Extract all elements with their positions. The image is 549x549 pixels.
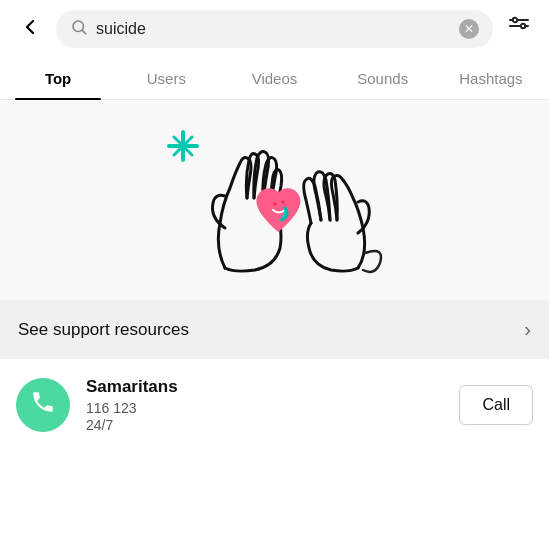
tab-users[interactable]: Users bbox=[112, 58, 220, 99]
search-query: suicide bbox=[96, 20, 451, 38]
filter-button[interactable] bbox=[503, 10, 535, 48]
svg-point-10 bbox=[281, 201, 284, 204]
svg-point-3 bbox=[513, 18, 517, 22]
contact-name: Samaritans bbox=[86, 377, 443, 397]
illustration-area bbox=[0, 100, 549, 300]
tab-videos[interactable]: Videos bbox=[220, 58, 328, 99]
support-banner-text: See support resources bbox=[18, 320, 189, 340]
search-icon bbox=[70, 18, 88, 40]
support-illustration bbox=[145, 108, 405, 298]
contact-hours: 24/7 bbox=[86, 417, 443, 433]
support-resources-banner[interactable]: See support resources › bbox=[0, 300, 549, 359]
phone-icon bbox=[30, 389, 56, 421]
tab-sounds[interactable]: Sounds bbox=[329, 58, 437, 99]
phone-avatar bbox=[16, 378, 70, 432]
contact-card: Samaritans 116 123 24/7 Call bbox=[0, 359, 549, 451]
svg-point-4 bbox=[521, 24, 525, 28]
tab-top[interactable]: Top bbox=[4, 58, 112, 99]
contact-info: Samaritans 116 123 24/7 bbox=[86, 377, 443, 433]
tabs-bar: Top Users Videos Sounds Hashtags bbox=[0, 58, 549, 100]
search-bar[interactable]: suicide ✕ bbox=[56, 10, 493, 48]
tab-hashtags[interactable]: Hashtags bbox=[437, 58, 545, 99]
clear-search-button[interactable]: ✕ bbox=[459, 19, 479, 39]
svg-point-9 bbox=[273, 203, 276, 206]
contact-number: 116 123 bbox=[86, 400, 443, 416]
chevron-right-icon: › bbox=[524, 318, 531, 341]
call-button[interactable]: Call bbox=[459, 385, 533, 425]
header: suicide ✕ bbox=[0, 0, 549, 58]
back-button[interactable] bbox=[14, 11, 46, 47]
